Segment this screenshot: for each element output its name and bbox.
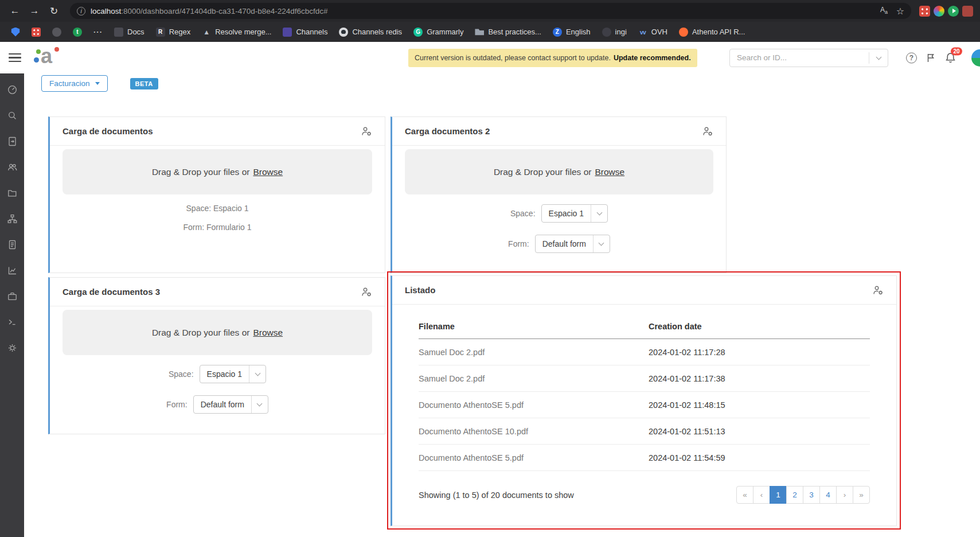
chart-icon <box>7 265 18 276</box>
space-select[interactable]: Espacio 1 <box>541 204 608 223</box>
bookmark-docs[interactable]: Docs <box>109 25 150 39</box>
user-settings-icon[interactable] <box>872 285 884 296</box>
menu-icon[interactable] <box>9 51 21 65</box>
folder-icon <box>7 188 18 199</box>
card-title: Carga de documentos <box>63 126 153 136</box>
column-header-filename: Filename <box>419 322 649 331</box>
browse-link[interactable]: Browse <box>595 167 624 177</box>
form-select[interactable]: Default form <box>193 395 268 414</box>
pagination-last[interactable]: » <box>853 486 870 504</box>
english-favicon-icon <box>553 28 562 37</box>
card-carga-de-documentos-3: Carga de documentos 3 Drag & Drop your f… <box>48 277 385 434</box>
browse-link[interactable]: Browse <box>253 328 283 338</box>
card-title: Carga documentos 2 <box>405 126 490 136</box>
ellipsis-favicon-icon <box>93 28 103 37</box>
avatar[interactable] <box>971 49 980 67</box>
update-recommended-link[interactable]: Update recommended. <box>614 54 691 62</box>
bookmark-best-practices[interactable]: Best practices... <box>470 25 546 39</box>
extension-play-icon[interactable] <box>948 6 959 17</box>
reload-icon[interactable]: ↻ <box>46 3 62 19</box>
card-carga-de-documentos: Carga de documentos Drag & Drop your fil… <box>48 116 385 273</box>
form-select-row: Form: Default form <box>392 235 726 253</box>
pagination-page-2[interactable]: 2 <box>786 486 803 504</box>
bookmark-dark-circle[interactable] <box>47 25 67 39</box>
translate-icon[interactable]: Aa <box>879 5 889 17</box>
pagination-page-3[interactable]: 3 <box>803 486 820 504</box>
search-dropdown-chevron-icon[interactable] <box>869 49 888 67</box>
extension-pinwheel-icon[interactable] <box>934 6 944 17</box>
bookmark-ellipsis[interactable] <box>88 25 108 39</box>
sidebar-item-cases[interactable] <box>0 283 24 309</box>
notifications-bell-icon[interactable]: 20 <box>945 52 956 64</box>
pagination-next[interactable]: › <box>836 486 853 504</box>
pagination-page-4[interactable]: 4 <box>819 486 837 504</box>
dropzone[interactable]: Drag & Drop your files or Browse <box>63 149 372 194</box>
sidebar-item-spaces[interactable] <box>0 180 24 206</box>
bookmark-red-dots[interactable] <box>26 25 46 39</box>
site-info-icon[interactable]: i <box>77 7 85 15</box>
card-carga-documentos-2: Carga documentos 2 Drag & Drop your file… <box>391 116 727 273</box>
table-row[interactable]: Samuel Doc 2.pdf 2024-01-02 11:17:28 <box>419 339 870 365</box>
browse-link[interactable]: Browse <box>253 167 283 177</box>
pagination-first[interactable]: « <box>736 486 753 504</box>
sidebar-item-documents[interactable] <box>0 129 24 154</box>
back-icon[interactable]: ← <box>7 3 23 19</box>
user-settings-icon[interactable] <box>361 286 372 298</box>
workspace-selector-button[interactable]: Facturacion <box>41 75 108 92</box>
svg-text:A: A <box>880 6 885 14</box>
space-select[interactable]: Espacio 1 <box>200 365 266 383</box>
bookmark-green-t[interactable] <box>68 25 87 39</box>
pagination-prev[interactable]: ‹ <box>753 486 770 504</box>
green-t-favicon-icon <box>73 28 82 37</box>
dropzone[interactable]: Drag & Drop your files or Browse <box>63 310 372 355</box>
sidebar-item-dashboard[interactable] <box>0 77 24 103</box>
user-settings-icon[interactable] <box>361 126 372 137</box>
extension-red-icon[interactable] <box>962 6 973 17</box>
bookmark-channels[interactable]: Channels <box>278 25 333 39</box>
bookmark-athento-api[interactable]: Athento API R... <box>674 25 751 39</box>
bookmark-regex[interactable]: Regex <box>151 25 196 39</box>
table-row[interactable]: Samuel Doc 2.pdf 2024-01-02 11:17:38 <box>419 365 870 392</box>
bookmark-english[interactable]: English <box>548 25 596 39</box>
beta-badge: BETA <box>130 78 158 90</box>
browser-toolbar: ← → ↻ i localhost:8000/dashboard/471404d… <box>0 0 980 22</box>
logo-dot-blue <box>34 57 39 63</box>
bookmark-star-icon[interactable]: ☆ <box>896 6 904 17</box>
bookmark-shield[interactable] <box>6 25 25 39</box>
pagination-page-1[interactable]: 1 <box>770 486 787 504</box>
postman-favicon-icon <box>679 28 688 37</box>
bookmark-resolve-merge[interactable]: Resolve merge... <box>197 25 276 39</box>
svg-text:a: a <box>885 9 888 15</box>
grammarly-favicon-icon <box>413 28 423 37</box>
sidebar-item-search[interactable] <box>0 103 24 129</box>
pagination: « ‹ 1 2 3 4 › » <box>736 486 870 504</box>
form-select[interactable]: Default form <box>535 235 610 253</box>
table-row[interactable]: Documento AthentoSE 5.pdf 2024-01-02 11:… <box>419 445 870 471</box>
bookmark-ovh[interactable]: OVH <box>633 25 673 39</box>
dashboard-icon <box>7 84 18 95</box>
regex-favicon-icon <box>156 28 165 37</box>
table-row[interactable]: Documento AthentoSE 10.pdf 2024-01-02 11… <box>419 418 870 445</box>
logo-dot-green <box>36 49 41 54</box>
bookmark-grammarly[interactable]: Grammarly <box>408 25 468 39</box>
sidebar-item-terminal[interactable] <box>0 309 24 335</box>
sidebar-item-workflows[interactable] <box>0 206 24 232</box>
sidebar-item-forms[interactable] <box>0 232 24 258</box>
chevron-down-icon <box>249 373 266 375</box>
forward-icon[interactable]: → <box>26 3 42 19</box>
search-input[interactable] <box>730 53 869 62</box>
table-row[interactable]: Documento AthentoSE 5.pdf 2024-01-02 11:… <box>419 392 870 418</box>
sidebar-item-automations[interactable] <box>0 335 24 361</box>
shield-favicon-icon <box>11 28 20 37</box>
sitemap-icon <box>7 213 18 224</box>
extension-grid-icon[interactable] <box>919 6 930 17</box>
dropzone[interactable]: Drag & Drop your files or Browse <box>405 149 713 194</box>
help-icon[interactable]: ? <box>906 52 917 63</box>
url-bar[interactable]: i localhost:8000/dashboard/471404db-ca31… <box>70 3 911 19</box>
sidebar-item-users[interactable] <box>0 154 24 180</box>
user-settings-icon[interactable] <box>702 126 713 137</box>
bookmark-channels-redis[interactable]: Channels redis <box>334 25 407 39</box>
bookmark-ingi[interactable]: ingi <box>597 25 632 39</box>
sidebar-item-reports[interactable] <box>0 258 24 283</box>
flag-icon[interactable] <box>926 52 936 63</box>
